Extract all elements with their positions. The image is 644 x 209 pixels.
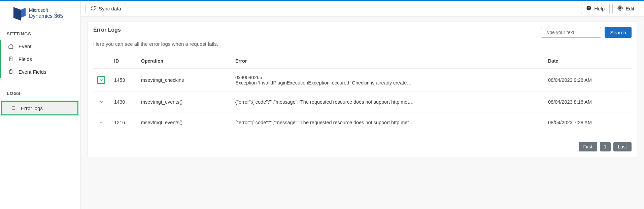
row-operation: msevtmgt_events() <box>137 92 231 112</box>
svg-text:®: ® <box>55 12 57 14</box>
table-row: 1216 msevtmgt_events() {"error":{"code":… <box>93 112 632 133</box>
row-operation: msevtmgt_events() <box>137 112 231 133</box>
sidebar-item-event[interactable]: Event <box>0 40 80 53</box>
column-header-id[interactable]: ID <box>110 54 137 69</box>
table-row: 1453 msevtmgt_checkins 0x80040265 Except… <box>93 69 632 92</box>
sidebar-item-error-logs[interactable]: Error logs <box>2 102 77 114</box>
row-id: 1216 <box>110 112 137 133</box>
sidebar-section-settings: SETTINGS <box>0 28 80 40</box>
svg-text:?: ? <box>588 6 590 10</box>
gear-icon <box>617 5 623 12</box>
clipboard-icon <box>8 69 14 75</box>
sync-data-label: Sync data <box>99 6 121 11</box>
error-logs-card: Error Logs Search Here you can see all t… <box>88 21 637 158</box>
sidebar-item-label: Event <box>19 43 31 49</box>
sidebar-item-label: Event Fields <box>19 69 46 75</box>
row-error-body: {"error":{"code":"","message":"The reque… <box>235 120 414 125</box>
home-icon <box>8 43 14 49</box>
row-id: 1430 <box>110 92 137 112</box>
sidebar-section-logs: LOGS <box>0 88 80 99</box>
pagination: First 1 Last <box>88 138 637 158</box>
svg-point-13 <box>619 7 621 9</box>
edit-label: Edit <box>625 6 634 11</box>
sync-data-button[interactable]: Sync data <box>86 3 126 14</box>
brand-line2: Dynamics 365 <box>29 13 63 19</box>
badge-icon <box>8 56 14 62</box>
svg-point-2 <box>10 58 11 59</box>
column-header-date[interactable]: Date <box>544 54 632 69</box>
row-error-body: Exception 'InvalidPluginExecutionExcepti… <box>235 80 414 85</box>
help-icon: ? <box>586 5 591 12</box>
brand-line1: Microsoft <box>29 7 48 13</box>
pager-last-button[interactable]: Last <box>613 142 632 151</box>
row-expand-button[interactable] <box>97 76 105 84</box>
sidebar-item-label: Fields <box>19 56 32 62</box>
chevron-down-icon <box>99 100 104 104</box>
row-date: 08/04/2023 8:16 AM <box>544 92 632 112</box>
list-icon <box>10 105 16 111</box>
page-subtitle: Here you can see all the error logs when… <box>88 41 637 54</box>
page-title: Error Logs <box>93 27 121 33</box>
row-date: 08/04/2023 9:28 AM <box>544 69 632 92</box>
pager-page-1-button[interactable]: 1 <box>600 142 611 151</box>
sidebar-item-event-fields[interactable]: Event Fields <box>0 65 80 78</box>
pager-first-button[interactable]: First <box>579 142 597 151</box>
row-error-code: 0x80040265 <box>235 75 540 80</box>
sidebar: Microsoft Dynamics 365 ® SETTINGS Event … <box>0 1 81 209</box>
error-logs-table: ID Operation Error Date <box>93 54 632 133</box>
row-id: 1453 <box>110 69 137 92</box>
main-content: Sync data ? Help Edit <box>81 1 644 209</box>
search-button[interactable]: Search <box>605 27 632 38</box>
help-label: Help <box>594 6 605 11</box>
chevron-down-icon <box>99 120 104 125</box>
edit-button[interactable]: Edit <box>612 3 639 14</box>
row-date: 08/04/2023 7:28 AM <box>544 112 632 133</box>
column-header-operation[interactable]: Operation <box>137 54 231 69</box>
row-expand-button[interactable] <box>97 98 105 106</box>
topbar: Sync data ? Help Edit <box>81 1 644 16</box>
table-row: 1430 msevtmgt_events() {"error":{"code":… <box>93 92 632 112</box>
sidebar-highlight-frame: Error logs <box>1 101 78 115</box>
row-expand-button[interactable] <box>97 118 105 127</box>
search-input[interactable] <box>541 27 601 38</box>
row-operation: msevtmgt_checkins <box>137 69 231 92</box>
sidebar-item-label: Error logs <box>21 105 43 111</box>
sidebar-item-fields[interactable]: Fields <box>0 53 80 65</box>
help-button[interactable]: ? Help <box>581 3 610 14</box>
row-error-body: {"error":{"code":"","message":"The reque… <box>235 99 414 105</box>
refresh-icon <box>91 5 96 12</box>
brand-logo: Microsoft Dynamics 365 ® <box>0 1 80 28</box>
chevron-down-icon <box>99 78 104 82</box>
column-header-error[interactable]: Error <box>231 54 544 69</box>
